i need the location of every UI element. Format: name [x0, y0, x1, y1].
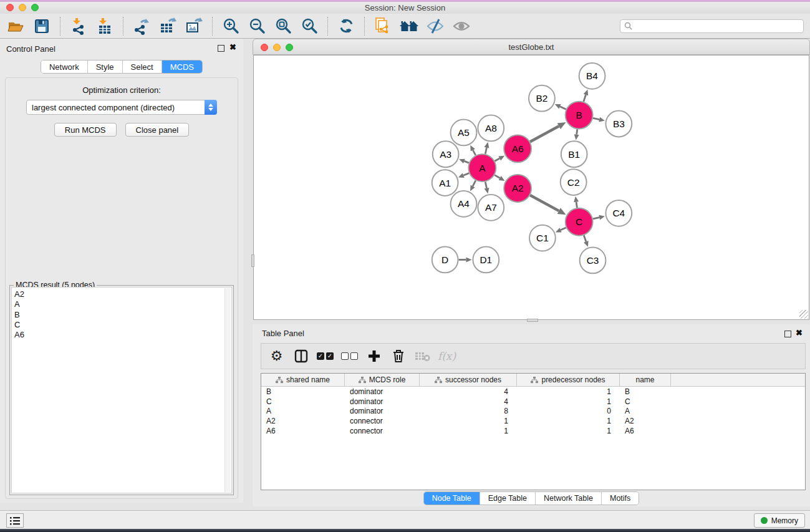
- graph-edge-C-C2[interactable]: [576, 202, 577, 208]
- toolbar-separator: [212, 17, 213, 36]
- mcds-result-item[interactable]: A2: [14, 289, 231, 299]
- save-session-icon[interactable]: [29, 15, 55, 37]
- delete-rows-icon[interactable]: [388, 346, 408, 366]
- column-selector-icon[interactable]: [291, 346, 311, 366]
- optimization-criterion-select[interactable]: largest connected component (directed): [26, 100, 217, 115]
- mcds-result-item[interactable]: C: [14, 320, 231, 330]
- graph-edge-arrowhead: [574, 196, 579, 202]
- graph-edge-B-B4[interactable]: [584, 95, 586, 102]
- tab-edge-table[interactable]: Edge Table: [480, 492, 535, 505]
- hide-eye-icon[interactable]: [422, 15, 448, 37]
- tab-style[interactable]: Style: [87, 60, 122, 73]
- table-cell: 4: [420, 387, 517, 396]
- table-cell: 1: [517, 397, 620, 406]
- graph-edge-A-A5[interactable]: [473, 150, 475, 155]
- graph-edge-A-A7[interactable]: [485, 182, 486, 188]
- import-network-file-icon[interactable]: [65, 15, 92, 37]
- network-from-document-icon[interactable]: [370, 15, 396, 37]
- memory-button[interactable]: Memory: [754, 513, 805, 528]
- table-cell: B: [620, 387, 671, 396]
- graph-edge-A-A6[interactable]: [494, 158, 499, 161]
- show-eye-icon[interactable]: [448, 15, 475, 37]
- graph-edge-C-C1[interactable]: [561, 228, 566, 230]
- mcds-result-item[interactable]: B: [14, 310, 231, 320]
- control-panel-title: Control Panel: [6, 44, 55, 54]
- optimization-criterion-value: largest connected component (directed): [32, 103, 175, 112]
- graph-node-label: A: [479, 163, 486, 173]
- table-body: Bdominator41BCdominator41CAdominator80AA…: [261, 387, 805, 436]
- export-image-icon[interactable]: [181, 15, 207, 37]
- table-row[interactable]: A6connector11A6: [261, 426, 805, 436]
- optimization-criterion-label: Optimization criterion:: [6, 85, 238, 95]
- graph-edge-A6-B[interactable]: [530, 126, 559, 142]
- column-header-predecessor-nodes[interactable]: predecessor nodes: [517, 374, 620, 386]
- graph-edge-B-B1[interactable]: [577, 129, 577, 134]
- table-cell: dominator: [345, 407, 420, 415]
- refresh-view-icon[interactable]: [333, 15, 359, 37]
- graph-edge-C-C4[interactable]: [593, 218, 599, 219]
- resize-grip-icon[interactable]: [799, 310, 808, 319]
- graph-edge-A-A1[interactable]: [463, 173, 469, 176]
- graph-edge-A-A3[interactable]: [464, 161, 468, 163]
- tab-network-table[interactable]: Network Table: [535, 492, 601, 505]
- graph-edge-A2-C[interactable]: [530, 195, 559, 211]
- settings-gear-icon[interactable]: ⚙: [266, 346, 287, 366]
- close-panel-button[interactable]: Close panel: [125, 123, 190, 137]
- graph-node-label: C4: [612, 208, 625, 218]
- tab-network[interactable]: Network: [41, 60, 87, 73]
- column-header-successor-nodes[interactable]: successor nodes: [420, 374, 517, 386]
- tab-select[interactable]: Select: [122, 60, 162, 73]
- tab-node-table[interactable]: Node Table: [424, 492, 480, 505]
- graph-edge-A-A2[interactable]: [494, 175, 499, 178]
- table-row[interactable]: Bdominator41B: [261, 387, 805, 397]
- select-all-icon[interactable]: ✓✓: [315, 346, 335, 366]
- zoom-fit-icon[interactable]: [270, 15, 296, 37]
- select-stepper-icon: [205, 100, 217, 115]
- control-panel-tabs: NetworkStyleSelectMCDS: [0, 60, 243, 74]
- search-input[interactable]: [620, 19, 804, 33]
- export-network-icon[interactable]: [128, 15, 155, 37]
- column-header-MCDS-role[interactable]: MCDS role: [345, 374, 420, 386]
- mcds-result-item[interactable]: A6: [14, 330, 231, 340]
- column-header-shared-name[interactable]: shared name: [261, 374, 345, 386]
- zoom-group: [215, 14, 325, 38]
- graph-edge-C-C3[interactable]: [584, 235, 586, 241]
- graph-node-label: A7: [485, 202, 497, 213]
- table-cell: A2: [620, 417, 671, 425]
- splitter-handle[interactable]: [527, 319, 538, 322]
- graph-edge-B-B2[interactable]: [560, 107, 566, 109]
- table-row[interactable]: Adominator80A: [261, 407, 805, 417]
- float-panel-icon[interactable]: [784, 331, 791, 337]
- graph-edge-B-B3[interactable]: [593, 118, 599, 119]
- mcds-result-list[interactable]: A2ABCA6: [11, 287, 232, 493]
- zoom-selected-icon[interactable]: [296, 15, 322, 37]
- network-canvas[interactable]: AA1A3A5A8A4A7A6A2BB2B4B3B1CC2C1C4C3DD1: [253, 55, 809, 320]
- graph-edge-A-A4[interactable]: [473, 180, 476, 186]
- graph-edge-arrowhead: [485, 188, 489, 194]
- open-file-icon[interactable]: [2, 15, 29, 37]
- zoom-in-icon[interactable]: [218, 15, 244, 37]
- mcds-result-item[interactable]: A: [14, 299, 231, 309]
- zoom-out-icon[interactable]: [244, 15, 270, 37]
- splitter-handle[interactable]: [251, 254, 254, 267]
- scrollbar[interactable]: [224, 288, 231, 492]
- run-mcds-button[interactable]: Run MCDS: [54, 123, 117, 137]
- table-row[interactable]: A2connector11A2: [261, 416, 805, 426]
- add-row-icon[interactable]: [364, 346, 384, 366]
- graph-edge-A-A8[interactable]: [485, 148, 486, 154]
- column-header-name[interactable]: name: [620, 374, 671, 386]
- home-view-icon[interactable]: [396, 15, 422, 37]
- close-panel-icon[interactable]: ✖: [796, 329, 803, 337]
- deselect-all-icon[interactable]: [339, 346, 360, 366]
- export-table-icon[interactable]: [155, 15, 181, 37]
- mcds-panel: Optimization criterion: largest connecte…: [5, 77, 238, 499]
- network-window-title: testGlobe.txt: [253, 42, 809, 52]
- close-panel-icon[interactable]: ✖: [229, 43, 236, 52]
- table-row[interactable]: Cdominator41C: [261, 397, 805, 407]
- graph-edge-arrowhead: [584, 241, 589, 247]
- tab-mcds[interactable]: MCDS: [162, 60, 202, 73]
- tab-motifs[interactable]: Motifs: [601, 492, 639, 505]
- task-history-button[interactable]: [6, 513, 24, 528]
- float-panel-icon[interactable]: [218, 45, 224, 52]
- import-table-file-icon[interactable]: [92, 15, 118, 37]
